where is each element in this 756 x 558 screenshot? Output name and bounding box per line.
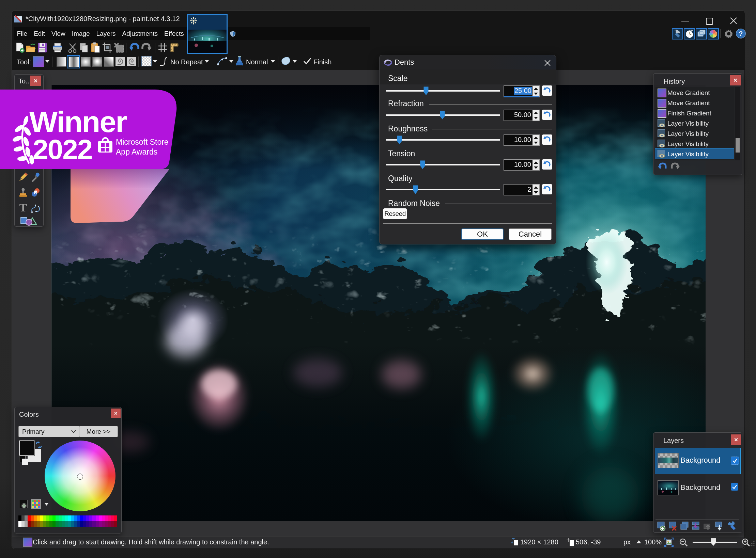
- svg-text:Microsoft Store: Microsoft Store: [116, 138, 169, 146]
- svg-text:App Awards: App Awards: [116, 147, 157, 156]
- svg-text:2022: 2022: [33, 134, 92, 165]
